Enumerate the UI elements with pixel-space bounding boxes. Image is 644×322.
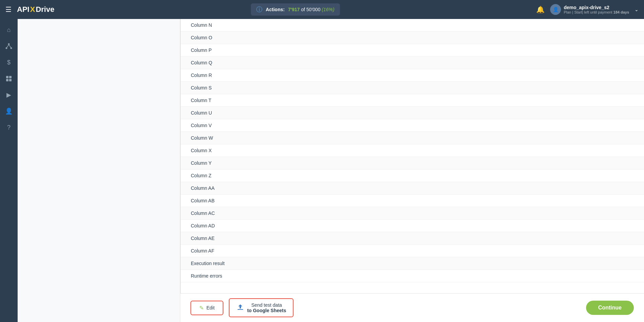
logo-drive: Drive: [36, 5, 54, 14]
svg-rect-5: [6, 76, 8, 78]
sidebar-item-help[interactable]: ?: [2, 121, 16, 134]
send-test-button[interactable]: Send test data to Google Sheets: [229, 298, 294, 317]
menu-icon[interactable]: ☰: [5, 5, 12, 14]
bell-icon[interactable]: 🔔: [536, 5, 545, 14]
logo-x: X: [30, 5, 35, 14]
list-item: Column P: [181, 44, 644, 57]
user-name: demo_apix-drive_s2: [564, 5, 629, 10]
sidebar-item-connections[interactable]: [2, 39, 16, 53]
list-item: Column V: [181, 119, 644, 132]
list-item: Execution result: [181, 257, 644, 270]
list-item: Column AC: [181, 207, 644, 220]
header: ☰ API X Drive ⓘ Actions: 7'917 of 50'000…: [0, 0, 644, 19]
user-details: demo_apix-drive_s2 Plan | Start| left un…: [564, 5, 629, 14]
list-item: Column AB: [181, 195, 644, 207]
svg-rect-6: [9, 76, 12, 78]
header-left: ☰ API X Drive: [5, 5, 54, 14]
list-item: Column W: [181, 132, 644, 144]
user-info: 👤 demo_apix-drive_s2 Plan | Start| left …: [550, 4, 629, 15]
send-test-label: Send test data to Google Sheets: [247, 302, 286, 313]
sidebar: ⌂ $ ▶ 👤 ?: [0, 19, 18, 322]
list-item: Column R: [181, 69, 644, 82]
sidebar-item-play[interactable]: ▶: [2, 88, 16, 102]
list-item: Column N: [181, 19, 644, 32]
header-center: ⓘ Actions: 7'917 of 50'000 (16%): [58, 3, 532, 16]
sidebar-item-billing[interactable]: $: [2, 56, 16, 69]
list-item: Column S: [181, 82, 644, 94]
header-right: 🔔 👤 demo_apix-drive_s2 Plan | Start| lef…: [536, 4, 639, 15]
list-item: Column Q: [181, 57, 644, 69]
list-item: Column Z: [181, 169, 644, 182]
list-item: Column X: [181, 144, 644, 157]
layout: ⌂ $ ▶ 👤 ?: [0, 19, 644, 322]
svg-line-4: [9, 45, 11, 47]
list-item: Column U: [181, 107, 644, 119]
list-item: Column AE: [181, 232, 644, 245]
info-icon: ⓘ: [256, 5, 262, 14]
list-item: Column AA: [181, 182, 644, 195]
content-layout: Column NColumn OColumn PColumn QColumn R…: [18, 19, 644, 322]
svg-rect-8: [9, 79, 12, 81]
chevron-down-icon[interactable]: ⌄: [635, 7, 639, 12]
list-item: Column AF: [181, 245, 644, 257]
svg-rect-7: [6, 79, 8, 81]
edit-label: Edit: [206, 305, 215, 310]
upload-icon: [236, 303, 244, 313]
edit-icon: ✎: [199, 305, 204, 311]
logo: API X Drive: [17, 5, 54, 14]
sidebar-item-user[interactable]: 👤: [2, 104, 16, 118]
column-list-area: Column NColumn OColumn PColumn QColumn R…: [180, 19, 644, 293]
user-plan: Plan | Start| left until payment 184 day…: [564, 10, 629, 14]
logo-api: API: [17, 5, 29, 14]
svg-point-0: [8, 43, 10, 45]
svg-line-3: [7, 45, 9, 47]
list-item: Runtime errors: [181, 270, 644, 282]
edit-button[interactable]: ✎ Edit: [190, 301, 223, 315]
actions-badge: ⓘ Actions: 7'917 of 50'000 (16%): [251, 3, 340, 16]
sidebar-item-tools[interactable]: [2, 72, 16, 85]
avatar: 👤: [550, 4, 561, 15]
actions-label: Actions:: [266, 7, 285, 12]
list-item: Column Y: [181, 157, 644, 169]
left-panel: [18, 19, 180, 322]
list-item: Column AD: [181, 220, 644, 232]
continue-button[interactable]: Continue: [586, 301, 634, 315]
footer-bar: ✎ Edit Send test data to Google Sheets: [180, 293, 644, 322]
main: Column NColumn OColumn PColumn QColumn R…: [18, 19, 644, 322]
actions-count: 7'917 of 50'000 (16%): [288, 6, 335, 13]
list-item: Column T: [181, 94, 644, 107]
sidebar-item-home[interactable]: ⌂: [2, 23, 16, 37]
list-item: Column O: [181, 32, 644, 44]
right-panel: Column NColumn OColumn PColumn QColumn R…: [180, 19, 644, 322]
